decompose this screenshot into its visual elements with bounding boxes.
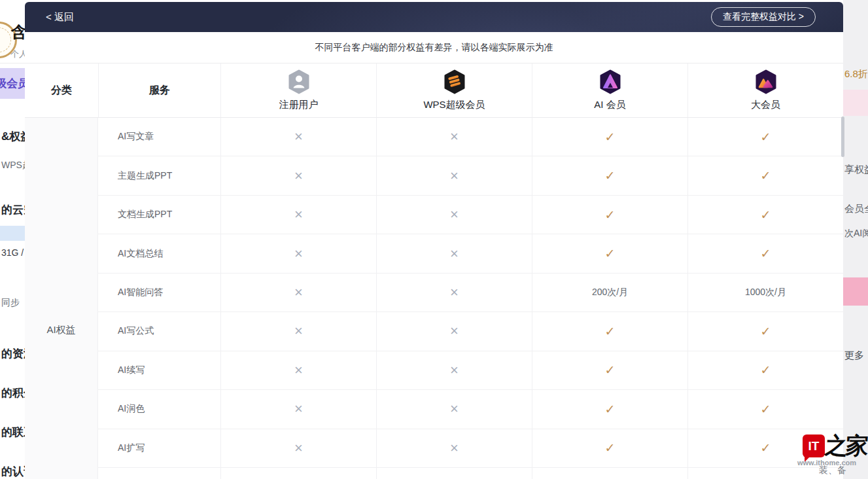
benefit-mark: ×: [294, 402, 303, 416]
benefit-mark: ✓: [761, 442, 771, 454]
plan-value-cell: ✓: [687, 390, 843, 428]
back-button[interactable]: < 返回: [46, 11, 74, 24]
plan-value-cell: ✓: [532, 156, 687, 194]
column-header-ai-member: AI 会员: [532, 63, 687, 117]
service-name: 文档生成PPT: [98, 196, 220, 234]
benefit-mark: ×: [450, 207, 459, 222]
plan-value-cell: ×: [220, 234, 376, 272]
plan-value-cell: ×: [376, 274, 532, 311]
background-left-strip: 含 个人 级会员 &权益 WPS超 的云空 31G / 同步 的资源 的积分 的…: [0, 0, 25, 479]
benefit-mark: ✓: [761, 247, 771, 260]
divider: [0, 63, 25, 63]
benefit-mark: ✓: [605, 169, 616, 182]
plan-value-cell: ×: [220, 429, 376, 467]
benefit-mark: ×: [450, 247, 459, 261]
bg-fragment-cloud: 的云空: [1, 202, 25, 217]
wps-super-member-icon: [443, 69, 466, 94]
table-row-partial: [98, 468, 843, 479]
plan-value-cell: ✓: [532, 118, 687, 156]
modal-header: < 返回 查看完整权益对比 >: [25, 2, 843, 32]
plan-value-cell: ✓: [687, 118, 843, 156]
benefit-mark: ×: [294, 324, 303, 338]
benefit-mark: ✓: [605, 247, 616, 260]
benefit-mark: ✓: [761, 169, 771, 182]
member-tab[interactable]: 级会员: [0, 68, 25, 99]
plan-value-cell: ×: [376, 429, 532, 467]
benefit-mark: ✓: [605, 131, 616, 143]
table-row: AI续写 × × ✓ ✓: [98, 351, 843, 390]
plan-value-cell: ✓: [687, 312, 843, 350]
plan-name: WPS超级会员: [423, 99, 485, 111]
benefit-mark: ✓: [605, 209, 616, 221]
registered-user-icon: [288, 69, 310, 94]
service-name: AI润色: [98, 390, 220, 428]
plan-value-cell: [376, 468, 532, 479]
plan-value-cell: ✓: [532, 390, 687, 428]
pink-banner: [843, 90, 868, 116]
background-right-strip: 6.8折 享权益 会员全 次AI阅 更多: [843, 0, 868, 479]
bg-fragment-wps: WPS超: [1, 160, 25, 171]
service-name: 主题生成PPT: [98, 156, 220, 194]
plan-value-cell: [687, 468, 843, 479]
benefit-mark: ×: [294, 247, 303, 261]
plan-value-cell: ×: [376, 234, 532, 272]
benefit-mark: ×: [450, 363, 459, 378]
benefit-mark: ✓: [605, 403, 616, 416]
benefit-mark: 1000次/月: [745, 287, 786, 298]
plan-name: 大会员: [751, 99, 780, 111]
column-header-wps-super-member: WPS超级会员: [376, 63, 532, 117]
plan-value-cell: ×: [376, 390, 532, 428]
category-label: AI权益: [25, 324, 97, 336]
table-row: 文档生成PPT × × ✓ ✓: [98, 196, 843, 234]
bg-fragment-subtitle: 个人: [10, 48, 25, 60]
bg-fragment-resources: 的资源: [1, 346, 25, 361]
benefit-mark: ✓: [761, 403, 771, 416]
bg-fragment-contacts: 的联系: [1, 425, 25, 440]
category-cell: AI权益: [25, 118, 98, 479]
benefit-mark: ×: [450, 402, 459, 416]
bg-fragment-sync: 同步: [1, 297, 20, 309]
ai-member-icon: [599, 69, 621, 94]
bg-fragment-ai: 次AI阅: [844, 228, 868, 240]
column-header-category: 分类: [25, 63, 98, 117]
benefit-mark: ✓: [761, 364, 771, 376]
bg-fragment-storage: 31G /: [1, 247, 24, 258]
table-header: 分类 服务 注册用户 WPS超级会员: [25, 63, 843, 118]
table-rows: AI写文章 × × ✓ ✓ 主题生成PPT × × ✓ ✓ 文档生成PPT × …: [98, 118, 843, 479]
member-tab-label: 级会员: [0, 76, 25, 91]
notice-bar: 不同平台客户端的部分权益有差异，请以各端实际展示为准: [25, 32, 843, 63]
plan-value-cell: [220, 468, 376, 479]
bg-fragment-member: 会员全: [844, 203, 868, 215]
plan-name: 注册用户: [279, 99, 319, 111]
table-row: 主题生成PPT × × ✓ ✓: [98, 156, 843, 195]
plan-value-cell: ✓: [532, 196, 687, 234]
benefit-mark: ✓: [761, 209, 771, 221]
pink-banner: [843, 277, 868, 306]
bg-fragment-more: 更多: [844, 349, 864, 362]
service-name: AI智能问答: [98, 274, 220, 311]
bg-fragment-discount: 6.8折: [844, 68, 868, 80]
service-name: AI写公式: [98, 312, 220, 350]
plan-value-cell: ×: [220, 118, 376, 156]
table-row: AI写文章 × × ✓ ✓: [98, 118, 843, 156]
table-row: AI写公式 × × ✓ ✓: [98, 312, 843, 351]
bg-fragment-rights: 享权益: [844, 164, 868, 176]
plan-value-cell: ✓: [532, 234, 687, 272]
bg-fragment-title: 含: [11, 22, 25, 43]
table-row: AI润色 × × ✓ ✓: [98, 390, 843, 429]
benefit-mark: ✓: [605, 325, 616, 338]
column-header-registered-user: 注册用户: [220, 63, 376, 117]
plan-value-cell: ✓: [532, 351, 687, 389]
plan-value-cell: ×: [220, 196, 376, 234]
scrollbar-thumb[interactable]: [841, 116, 844, 157]
benefit-mark: ✓: [761, 131, 771, 143]
plan-value-cell: ×: [220, 274, 376, 311]
benefit-mark: ×: [294, 441, 303, 455]
plan-value-cell: ×: [376, 118, 532, 156]
column-header-big-member: 大会员: [687, 63, 843, 117]
plan-value-cell: ×: [376, 312, 532, 350]
plan-value-cell: ✓: [687, 196, 843, 234]
view-full-compare-button[interactable]: 查看完整权益对比 >: [711, 7, 816, 27]
plan-value-cell: ✓: [532, 429, 687, 467]
benefit-mark: ✓: [605, 442, 616, 454]
